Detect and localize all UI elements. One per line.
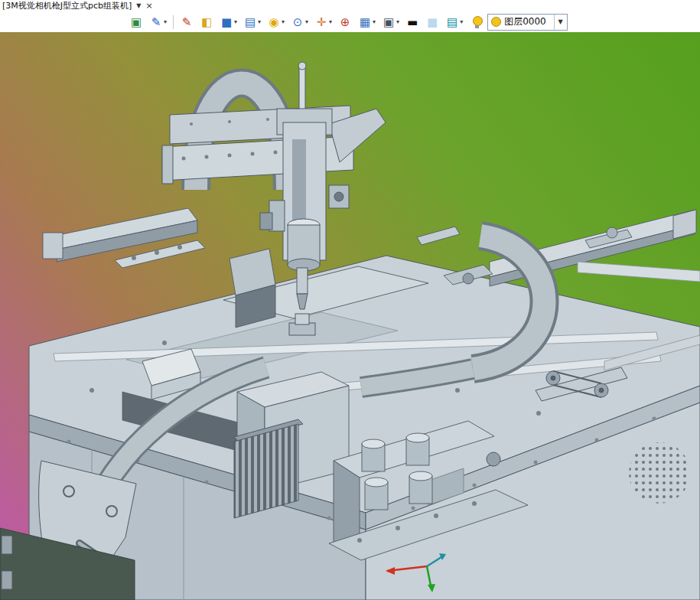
machine-3d-model[interactable] [0,32,700,600]
app-header: [3M视觉相机枪J型立式pcb组装机] ▼ × ▣✎▾✎◧■▾▤▾◉▾⊙▾✛▾⊕… [0,0,700,32]
display-monitor-icon[interactable]: ▣▾ [379,13,402,31]
background-color-icon-glyph: ■ [425,15,439,30]
render-window-icon-glyph: ▣ [129,15,143,30]
palette-icon[interactable]: ◧ [197,13,216,31]
grid-table-icon-glyph: ▦ [358,15,372,30]
layer-color-swatch [491,17,501,27]
layer-selector-caret[interactable]: ▼ [554,15,567,30]
zoom-icon[interactable]: ⊙▾ [288,13,311,31]
cad-3d-viewport[interactable] [0,32,700,600]
line-width-icon[interactable]: ▬ [403,13,422,31]
dropdown-caret-icon[interactable]: ▾ [373,18,376,25]
document-title-bar[interactable]: [3M视觉相机枪J型立式pcb组装机] ▼ × [0,0,700,11]
sketch-pen-icon[interactable]: ✎ [177,13,196,31]
dropdown-caret-icon[interactable]: ▾ [305,18,308,25]
solid-cube-icon[interactable]: ■▾ [217,13,239,31]
color-wheel-icon[interactable]: ◉▾ [265,13,287,31]
dropdown-caret-icon[interactable]: ▾ [460,18,463,25]
dropdown-caret-icon[interactable]: ▾ [258,18,261,25]
sketch-pen-icon-glyph: ✎ [180,15,194,30]
toolbar-icons: ▣✎▾✎◧■▾▤▾◉▾⊙▾✛▾⊕▦▾▣▾▬■▤▾ [126,13,466,31]
title-dropdown-caret[interactable]: ▼ [136,2,141,9]
layer-selector[interactable]: 图层0000 ▼ [487,14,568,31]
pan-move-icon-glyph: ✛ [314,15,328,30]
annotate-pencil-icon-glyph: ✎ [149,15,163,30]
background-color-icon[interactable]: ■ [423,13,441,31]
grid-table-icon[interactable]: ▦▾ [356,13,378,31]
left-linear-rail [43,208,205,268]
light-bulb-icon[interactable] [472,16,482,28]
dropdown-caret-icon[interactable]: ▾ [396,18,399,25]
material-layers-icon[interactable]: ▤▾ [443,13,465,31]
annotate-pencil-icon[interactable]: ✎▾ [147,13,169,31]
axis-origin-icon[interactable]: ⊕ [336,13,354,31]
line-width-icon-glyph: ▬ [405,15,419,30]
layer-stack-icon[interactable]: ▤▾ [241,13,263,31]
axis-origin-icon-glyph: ⊕ [338,15,352,30]
zoom-icon-glyph: ⊙ [291,15,304,30]
toolbar: ▣✎▾✎◧■▾▤▾◉▾⊙▾✛▾⊕▦▾▣▾▬■▤▾ 图层0000 ▼ [0,11,700,32]
dropdown-caret-icon[interactable]: ▾ [234,18,237,25]
layer-selector-value: 图层0000 [504,15,554,28]
material-layers-icon-glyph: ▤ [445,15,459,30]
bulb-base [475,25,479,28]
palette-icon-glyph: ◧ [200,15,213,30]
display-monitor-icon-glyph: ▣ [382,15,396,30]
color-wheel-icon-glyph: ◉ [267,15,281,30]
dropdown-caret-icon[interactable]: ▾ [329,18,332,25]
render-window-icon[interactable]: ▣ [127,13,145,31]
dropdown-caret-icon[interactable]: ▾ [282,18,285,25]
dropdown-caret-icon[interactable]: ▾ [164,18,167,25]
layer-stack-icon-glyph: ▤ [243,15,257,30]
pan-move-icon[interactable]: ✛▾ [312,13,334,31]
toolbar-separator [173,15,174,29]
document-title: [3M视觉相机枪J型立式pcb组装机] [2,0,132,11]
close-icon[interactable]: × [146,2,153,10]
solid-cube-icon-glyph: ■ [220,15,233,30]
